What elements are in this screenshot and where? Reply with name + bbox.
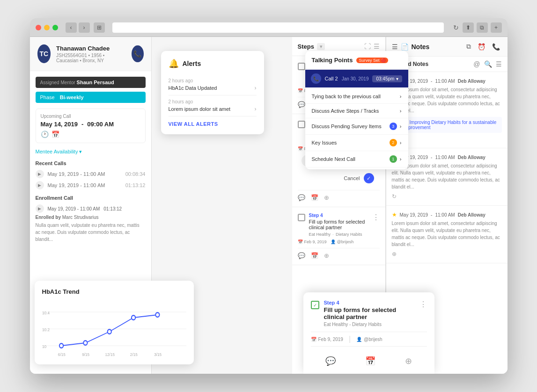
alert-item-2[interactable]: 2 hours ago Lorem ipsum dolor sit amet › <box>169 95 257 116</box>
alerts-header: 🔔 Alerts <box>169 58 257 69</box>
at-icon[interactable]: @ <box>473 60 480 68</box>
es-menu-icon[interactable]: ⋮ <box>419 300 427 309</box>
step-menu-3[interactable]: ⋮ <box>372 213 380 222</box>
plus-icon-3[interactable]: ⊕ <box>324 252 329 259</box>
upcoming-call-label: Upcoming Call <box>41 114 140 119</box>
share-button[interactable]: ⬆ <box>463 22 474 33</box>
upcoming-call-info: May 14, 2019 - 09:00 AM <box>41 121 140 128</box>
play-icon-enroll[interactable]: ▶ <box>36 204 44 213</box>
notes-menu-icon[interactable]: ☰ <box>392 43 398 51</box>
tp-count-5: 1 <box>390 155 397 163</box>
note-text-1: Lorem ipsum dolor sit amet, consectetur … <box>392 86 502 114</box>
call-item-2: ▶ May 19, 2019 - 11:00 AM 01:13:12 <box>36 181 146 189</box>
calendar-add-icon[interactable]: 📅 <box>51 131 59 138</box>
call-duration-2: 01:13:12 <box>125 182 146 188</box>
expand-icon[interactable]: ⛶ <box>364 43 371 50</box>
steps-icons: ⛶ ☰ <box>364 43 380 50</box>
calendar-icon-2[interactable]: 📅 <box>311 194 318 201</box>
enrollment-call-label: Enrollment Call <box>36 195 146 201</box>
expanded-step-card: ✓ Step 4 Fill up forms for selected clin… <box>303 292 434 374</box>
mentor-name: Shaun Persaud <box>77 80 114 85</box>
confirm-button[interactable]: ✓ <box>364 173 374 183</box>
cancel-button[interactable]: Cancel <box>344 175 360 181</box>
patient-dob: 1956 <box>91 53 102 58</box>
note-time-1: 11:00 AM <box>435 79 455 84</box>
forward-button[interactable]: › <box>79 22 90 33</box>
steps-filter[interactable]: ▾ <box>317 43 325 50</box>
note-refresh-2[interactable]: ↻ <box>392 193 502 200</box>
step-checkbox-3[interactable] <box>298 214 305 221</box>
tp-item-3[interactable]: Discuss Pending Survey Items 3 › <box>305 118 408 135</box>
calendar-icon-3[interactable]: 📅 <box>311 252 318 259</box>
tp-item-right-4: 2 › <box>390 139 402 146</box>
alert-chevron-1: › <box>255 85 257 91</box>
play-icon-1[interactable]: ▶ <box>36 170 44 178</box>
notes-call-button[interactable]: 📞 <box>490 42 502 51</box>
es-comment-icon[interactable]: 💬 <box>325 356 336 366</box>
step-checkbox-2[interactable] <box>298 121 305 128</box>
view-all-alerts[interactable]: VIEW ALL ALERTS <box>169 121 257 127</box>
patient-info: Thanawan Chadee JSH25564G01 • 1956 • Cau… <box>56 45 126 63</box>
sidebar-toggle-button[interactable]: ⧉ <box>477 22 488 33</box>
note-link-1: @ @ Improving Dietary Habits for a susta… <box>392 117 502 133</box>
svg-text:3/15: 3/15 <box>154 352 162 357</box>
close-button[interactable] <box>36 25 41 30</box>
grid-view-button[interactable]: ⊞ <box>94 22 105 33</box>
alert-item-1[interactable]: 2 hours ago HbA1c Data Updated › <box>169 74 257 95</box>
patient-name: Thanawan Chadee <box>56 45 126 52</box>
minimize-button[interactable] <box>44 25 50 30</box>
dropdown-arrow: ▾ <box>396 76 398 81</box>
steps-title: Steps ▾ <box>298 43 325 50</box>
call-phone-icon: 📞 <box>311 73 321 84</box>
hba1c-chart: 10.4 10.2 10 6/15 9/15 12/15 2/15 3/15 <box>42 301 186 357</box>
plus-icon-2[interactable]: ⊕ <box>324 194 329 201</box>
patient-meta: JSH25564G01 • 1956 • Caucasian • Bronx, … <box>56 53 126 63</box>
es-calendar-icon[interactable]: 📅 <box>365 356 375 366</box>
note-author-2: Deb Alloway <box>458 155 486 160</box>
step-checkbox-1[interactable] <box>298 63 305 70</box>
comment-icon-1[interactable]: 💬 <box>298 101 305 108</box>
notes-action-icons: @ 🔍 ☰ <box>473 60 501 68</box>
svg-text:10.4: 10.4 <box>42 310 50 315</box>
es-checkbox[interactable]: ✓ <box>311 301 319 309</box>
filter-icon[interactable]: ☰ <box>374 43 380 50</box>
chevron-icon-5: › <box>400 156 402 162</box>
notes-copy-button[interactable]: ⧉ <box>464 42 473 51</box>
notes-doc-icon: 📄 <box>401 43 409 51</box>
svg-text:6/15: 6/15 <box>58 352 65 357</box>
tp-item-5[interactable]: Schedule Next Call 1 › <box>305 151 408 167</box>
tp-item-1[interactable]: Tying back to the previous call › <box>305 89 408 104</box>
note-refresh-1[interactable]: ↻ <box>392 136 502 142</box>
play-icon-2[interactable]: ▶ <box>36 181 44 189</box>
svg-point-6 <box>59 343 63 348</box>
tp-item-2[interactable]: Discuss Active Steps / Tracks › <box>305 104 408 118</box>
chart-area: 10.4 10.2 10 6/15 9/15 12/15 2/15 3/15 <box>42 301 186 357</box>
patient-body: Assigned Mentor Shaun Persaud Phase Bi-w… <box>30 71 151 248</box>
new-tab-button[interactable]: + <box>491 22 502 33</box>
mentee-availability[interactable]: Mentee Availability ▾ <box>36 149 146 155</box>
refresh-button[interactable]: ↻ <box>453 24 459 31</box>
maximize-button[interactable] <box>52 25 58 30</box>
phase-bar[interactable]: Phase Bi-weekly <box>36 92 146 103</box>
back-button[interactable]: ‹ <box>66 22 77 33</box>
call-duration-1: 00:08:34 <box>125 171 146 177</box>
note-time-3: 11:00 AM <box>435 212 455 218</box>
search-icon[interactable]: 🔍 <box>484 60 492 68</box>
notes-timer-button[interactable]: ⏰ <box>476 42 487 51</box>
es-tags: Eat Healthy - Dietary Habits <box>324 322 415 327</box>
svg-point-7 <box>83 341 87 345</box>
es-plus-icon[interactable]: ⊕ <box>405 356 412 366</box>
comment-icon-2[interactable]: 💬 <box>298 194 305 201</box>
phone-icon-circle[interactable]: 📞 <box>132 45 144 62</box>
call-date-2: May 19, 2019 - 11:00 AM <box>48 182 122 188</box>
note-refresh-3[interactable]: ⊕ <box>392 251 502 257</box>
tp-item-4[interactable]: Key Issues 2 › <box>305 135 408 151</box>
star-icon-3: ★ <box>392 211 397 218</box>
phone-icon: 📞 <box>133 50 141 58</box>
filter-notes-icon[interactable]: ☰ <box>496 60 502 68</box>
notes-title: Notes <box>412 43 462 51</box>
clock-icon[interactable]: 🕐 <box>41 131 49 138</box>
avatar: TC <box>37 44 51 63</box>
comment-icon-3[interactable]: 💬 <box>298 252 305 259</box>
step-date-3: 📅 Feb 9, 2019 <box>298 240 327 244</box>
